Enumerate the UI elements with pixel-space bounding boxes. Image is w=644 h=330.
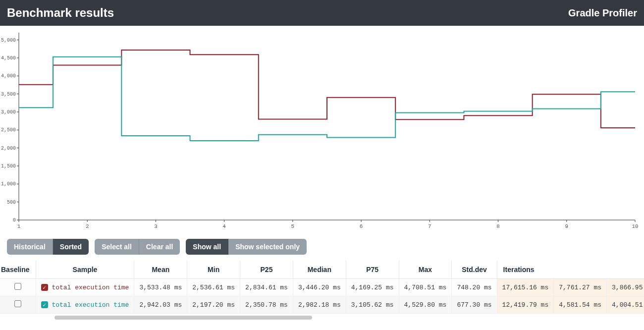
col-iterations: Iterations bbox=[497, 261, 644, 279]
svg-text:1,500: 1,500 bbox=[1, 164, 16, 169]
cell-p25: 2,834.61 ms bbox=[240, 279, 293, 296]
order-button-group: HistoricalSorted bbox=[7, 239, 89, 255]
cell-p75: 4,169.25 ms bbox=[346, 279, 399, 296]
svg-text:1: 1 bbox=[17, 223, 21, 229]
svg-text:1,000: 1,000 bbox=[1, 181, 16, 187]
svg-text:4,000: 4,000 bbox=[1, 73, 16, 79]
svg-text:10: 10 bbox=[632, 223, 638, 229]
cell-stddev: 748.20 ms bbox=[452, 279, 497, 296]
cell-stddev: 677.30 ms bbox=[452, 296, 497, 314]
svg-text:6: 6 bbox=[360, 223, 363, 229]
cell-median: 2,982.18 ms bbox=[293, 296, 346, 314]
col-sample: Sample bbox=[36, 261, 134, 279]
show-all-button[interactable]: Show all bbox=[186, 239, 228, 255]
iteration-cell: 17,615.16 ms bbox=[497, 279, 554, 296]
svg-text:5,000: 5,000 bbox=[1, 38, 16, 43]
select-all-button[interactable]: Select all bbox=[95, 239, 139, 255]
cell-mean: 2,942.03 ms bbox=[134, 296, 187, 314]
svg-text:2: 2 bbox=[86, 223, 89, 229]
app-name: Gradle Profiler bbox=[568, 7, 637, 19]
svg-text:7: 7 bbox=[428, 223, 431, 229]
cell-median: 3,446.20 ms bbox=[293, 279, 346, 296]
col-p75: P75 bbox=[346, 261, 399, 279]
scrollbar-thumb[interactable] bbox=[54, 316, 312, 320]
benchmark-chart: 05001,0001,5002,0002,5003,0003,5004,0004… bbox=[1, 29, 640, 232]
cell-min: 2,536.61 ms bbox=[187, 279, 240, 296]
cell-p75: 3,105.62 ms bbox=[346, 296, 399, 314]
cell-min: 2,197.20 ms bbox=[187, 296, 240, 314]
svg-text:0: 0 bbox=[13, 218, 16, 223]
page-title: Benchmark results bbox=[7, 6, 114, 20]
col-p25: P25 bbox=[240, 261, 293, 279]
svg-text:5: 5 bbox=[291, 223, 295, 229]
iteration-cell: 4,581.54 ms bbox=[554, 296, 607, 314]
cell-max: 4,708.51 ms bbox=[399, 279, 452, 296]
sample-label: total execution time bbox=[48, 301, 129, 309]
col-stddev: Std.dev bbox=[452, 261, 497, 279]
sample-checkbox[interactable]: ✓ bbox=[41, 301, 48, 308]
chart-container: 05001,0001,5002,0002,5003,0003,5004,0004… bbox=[0, 26, 644, 232]
svg-text:3,000: 3,000 bbox=[1, 110, 16, 115]
show-button-group: Show allShow selected only bbox=[186, 239, 307, 255]
iteration-cell: 3,866.95 ms bbox=[607, 279, 644, 296]
col-median: Median bbox=[293, 261, 346, 279]
iteration-cell: 12,419.79 ms bbox=[497, 296, 554, 314]
sorted-button[interactable]: Sorted bbox=[53, 239, 89, 255]
col-max: Max bbox=[399, 261, 452, 279]
col-baseline: Baseline bbox=[0, 261, 36, 279]
button-bar: HistoricalSortedSelect allClear allShow … bbox=[0, 232, 644, 261]
baseline-checkbox[interactable] bbox=[14, 283, 21, 290]
results-table: BaselineSampleMeanMinP25MedianP75MaxStd.… bbox=[0, 261, 644, 314]
horizontal-scrollbar[interactable] bbox=[54, 316, 619, 322]
svg-text:3,500: 3,500 bbox=[1, 92, 16, 97]
svg-text:4,500: 4,500 bbox=[1, 55, 16, 61]
svg-text:3: 3 bbox=[154, 223, 158, 229]
svg-text:500: 500 bbox=[7, 200, 16, 205]
svg-text:8: 8 bbox=[496, 223, 500, 229]
iteration-cell: 7,761.27 ms bbox=[554, 279, 607, 296]
iteration-cell: 4,004.51 ms bbox=[607, 296, 644, 314]
results-table-wrap: BaselineSampleMeanMinP25MedianP75MaxStd.… bbox=[0, 261, 644, 314]
show-selected-only-button[interactable]: Show selected only bbox=[228, 239, 307, 255]
col-min: Min bbox=[187, 261, 240, 279]
clear-all-button[interactable]: Clear all bbox=[139, 239, 180, 255]
sample-checkbox[interactable]: ✓ bbox=[41, 284, 48, 291]
cell-max: 4,529.80 ms bbox=[399, 296, 452, 314]
header: Benchmark results Gradle Profiler bbox=[0, 0, 644, 26]
svg-text:2,000: 2,000 bbox=[1, 146, 16, 151]
svg-text:4: 4 bbox=[222, 223, 226, 229]
cell-p25: 2,350.78 ms bbox=[240, 296, 293, 314]
svg-text:2,500: 2,500 bbox=[1, 127, 16, 133]
cell-mean: 3,533.48 ms bbox=[134, 279, 187, 296]
historical-button[interactable]: Historical bbox=[7, 239, 53, 255]
sample-label: total execution time bbox=[48, 284, 129, 291]
baseline-checkbox[interactable] bbox=[14, 300, 21, 307]
col-mean: Mean bbox=[134, 261, 187, 279]
select-button-group: Select allClear all bbox=[95, 239, 180, 255]
svg-text:9: 9 bbox=[565, 223, 568, 229]
